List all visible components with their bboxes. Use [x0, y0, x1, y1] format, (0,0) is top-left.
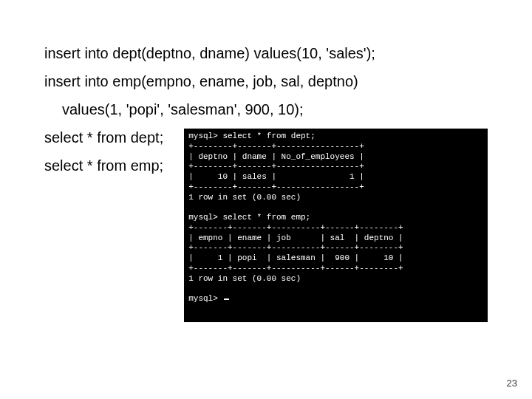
- mysql-terminal: mysql> select * from dept; +--------+---…: [184, 129, 488, 322]
- cursor-icon: [224, 299, 229, 300]
- sql-select-emp: select * from emp;: [44, 157, 163, 174]
- sql-insert-emp-1: insert into emp(empno, ename, job, sal, …: [44, 72, 488, 90]
- page-number: 23: [507, 378, 517, 389]
- left-column: select * from dept; select * from emp;: [44, 129, 163, 185]
- sql-insert-dept: insert into dept(deptno, dname) values(1…: [44, 44, 488, 62]
- sql-insert-emp-2: values(1, 'popi', 'salesman', 900, 10);: [44, 100, 488, 118]
- sql-select-dept: select * from dept;: [44, 129, 163, 146]
- slide: insert into dept(deptno, dname) values(1…: [0, 0, 532, 399]
- terminal-output: mysql> select * from dept; +--------+---…: [188, 132, 403, 303]
